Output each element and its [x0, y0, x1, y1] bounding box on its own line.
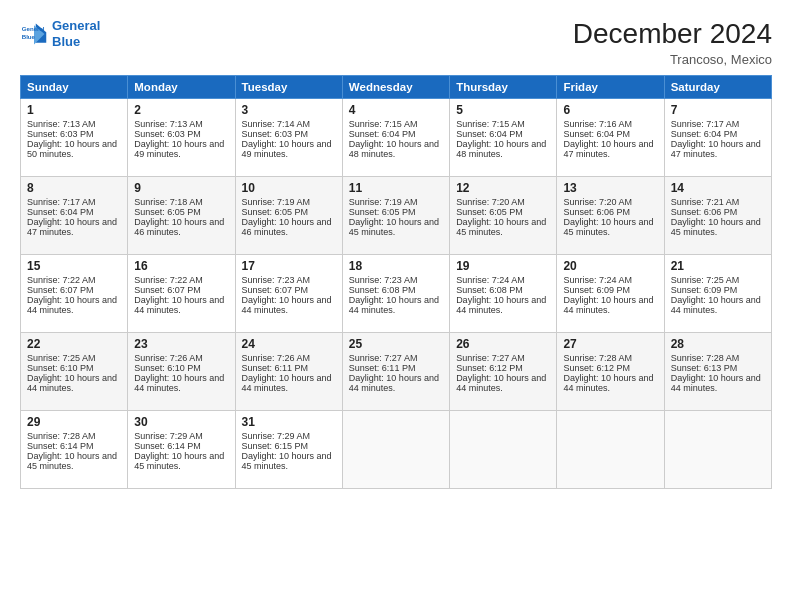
sunset-label: Sunset: 6:03 PM [242, 129, 309, 139]
table-row: 22Sunrise: 7:25 AMSunset: 6:10 PMDayligh… [21, 333, 772, 411]
day-number: 19 [456, 259, 550, 273]
day-number: 29 [27, 415, 121, 429]
table-row: 15Sunrise: 7:22 AMSunset: 6:07 PMDayligh… [21, 255, 772, 333]
table-cell: 15Sunrise: 7:22 AMSunset: 6:07 PMDayligh… [21, 255, 128, 333]
table-cell: 28Sunrise: 7:28 AMSunset: 6:13 PMDayligh… [664, 333, 771, 411]
table-cell: 14Sunrise: 7:21 AMSunset: 6:06 PMDayligh… [664, 177, 771, 255]
day-number: 13 [563, 181, 657, 195]
daylight-label: Daylight: 10 hours and 44 minutes. [563, 373, 653, 393]
sunrise-label: Sunrise: 7:20 AM [563, 197, 632, 207]
col-sunday: Sunday [21, 76, 128, 99]
daylight-label: Daylight: 10 hours and 45 minutes. [27, 451, 117, 471]
table-cell: 1Sunrise: 7:13 AMSunset: 6:03 PMDaylight… [21, 99, 128, 177]
daylight-label: Daylight: 10 hours and 44 minutes. [671, 373, 761, 393]
day-number: 1 [27, 103, 121, 117]
day-number: 28 [671, 337, 765, 351]
table-cell: 21Sunrise: 7:25 AMSunset: 6:09 PMDayligh… [664, 255, 771, 333]
table-cell: 3Sunrise: 7:14 AMSunset: 6:03 PMDaylight… [235, 99, 342, 177]
daylight-label: Daylight: 10 hours and 48 minutes. [456, 139, 546, 159]
sunset-label: Sunset: 6:12 PM [563, 363, 630, 373]
table-cell [557, 411, 664, 489]
table-cell [342, 411, 449, 489]
sunset-label: Sunset: 6:14 PM [134, 441, 201, 451]
sunset-label: Sunset: 6:06 PM [563, 207, 630, 217]
day-number: 16 [134, 259, 228, 273]
sunrise-label: Sunrise: 7:22 AM [134, 275, 203, 285]
page: General Blue General Blue December 2024 … [0, 0, 792, 612]
day-number: 14 [671, 181, 765, 195]
col-tuesday: Tuesday [235, 76, 342, 99]
day-number: 3 [242, 103, 336, 117]
sunrise-label: Sunrise: 7:25 AM [671, 275, 740, 285]
day-number: 9 [134, 181, 228, 195]
daylight-label: Daylight: 10 hours and 44 minutes. [349, 373, 439, 393]
day-number: 20 [563, 259, 657, 273]
sunrise-label: Sunrise: 7:19 AM [349, 197, 418, 207]
daylight-label: Daylight: 10 hours and 44 minutes. [563, 295, 653, 315]
sunrise-label: Sunrise: 7:28 AM [671, 353, 740, 363]
sunrise-label: Sunrise: 7:17 AM [671, 119, 740, 129]
sunset-label: Sunset: 6:11 PM [349, 363, 416, 373]
table-cell: 11Sunrise: 7:19 AMSunset: 6:05 PMDayligh… [342, 177, 449, 255]
table-cell: 4Sunrise: 7:15 AMSunset: 6:04 PMDaylight… [342, 99, 449, 177]
logo: General Blue General Blue [20, 18, 100, 49]
table-cell: 6Sunrise: 7:16 AMSunset: 6:04 PMDaylight… [557, 99, 664, 177]
sunset-label: Sunset: 6:07 PM [242, 285, 309, 295]
table-cell: 8Sunrise: 7:17 AMSunset: 6:04 PMDaylight… [21, 177, 128, 255]
sunset-label: Sunset: 6:04 PM [27, 207, 94, 217]
day-number: 8 [27, 181, 121, 195]
table-cell [664, 411, 771, 489]
day-number: 2 [134, 103, 228, 117]
sunset-label: Sunset: 6:08 PM [349, 285, 416, 295]
sunrise-label: Sunrise: 7:25 AM [27, 353, 96, 363]
daylight-label: Daylight: 10 hours and 44 minutes. [27, 295, 117, 315]
sunset-label: Sunset: 6:15 PM [242, 441, 309, 451]
sunrise-label: Sunrise: 7:24 AM [563, 275, 632, 285]
table-cell: 23Sunrise: 7:26 AMSunset: 6:10 PMDayligh… [128, 333, 235, 411]
day-number: 31 [242, 415, 336, 429]
day-number: 25 [349, 337, 443, 351]
sunrise-label: Sunrise: 7:24 AM [456, 275, 525, 285]
day-number: 30 [134, 415, 228, 429]
sunrise-label: Sunrise: 7:28 AM [27, 431, 96, 441]
logo-icon: General Blue [20, 20, 48, 48]
sunrise-label: Sunrise: 7:15 AM [349, 119, 418, 129]
table-cell: 12Sunrise: 7:20 AMSunset: 6:05 PMDayligh… [450, 177, 557, 255]
sunrise-label: Sunrise: 7:22 AM [27, 275, 96, 285]
table-cell: 25Sunrise: 7:27 AMSunset: 6:11 PMDayligh… [342, 333, 449, 411]
daylight-label: Daylight: 10 hours and 46 minutes. [242, 217, 332, 237]
col-friday: Friday [557, 76, 664, 99]
sunrise-label: Sunrise: 7:28 AM [563, 353, 632, 363]
day-number: 12 [456, 181, 550, 195]
table-cell: 24Sunrise: 7:26 AMSunset: 6:11 PMDayligh… [235, 333, 342, 411]
logo-text: General Blue [52, 18, 100, 49]
sunrise-label: Sunrise: 7:27 AM [456, 353, 525, 363]
sunrise-label: Sunrise: 7:16 AM [563, 119, 632, 129]
daylight-label: Daylight: 10 hours and 44 minutes. [671, 295, 761, 315]
svg-text:Blue: Blue [22, 33, 36, 40]
table-cell: 20Sunrise: 7:24 AMSunset: 6:09 PMDayligh… [557, 255, 664, 333]
table-cell: 5Sunrise: 7:15 AMSunset: 6:04 PMDaylight… [450, 99, 557, 177]
daylight-label: Daylight: 10 hours and 47 minutes. [671, 139, 761, 159]
daylight-label: Daylight: 10 hours and 50 minutes. [27, 139, 117, 159]
sunrise-label: Sunrise: 7:23 AM [349, 275, 418, 285]
table-cell: 7Sunrise: 7:17 AMSunset: 6:04 PMDaylight… [664, 99, 771, 177]
table-cell: 13Sunrise: 7:20 AMSunset: 6:06 PMDayligh… [557, 177, 664, 255]
day-number: 21 [671, 259, 765, 273]
sunrise-label: Sunrise: 7:29 AM [134, 431, 203, 441]
sunset-label: Sunset: 6:04 PM [563, 129, 630, 139]
table-cell: 27Sunrise: 7:28 AMSunset: 6:12 PMDayligh… [557, 333, 664, 411]
sunset-label: Sunset: 6:08 PM [456, 285, 523, 295]
table-cell: 31Sunrise: 7:29 AMSunset: 6:15 PMDayligh… [235, 411, 342, 489]
sunset-label: Sunset: 6:11 PM [242, 363, 309, 373]
day-number: 15 [27, 259, 121, 273]
table-cell: 18Sunrise: 7:23 AMSunset: 6:08 PMDayligh… [342, 255, 449, 333]
table-row: 8Sunrise: 7:17 AMSunset: 6:04 PMDaylight… [21, 177, 772, 255]
sunset-label: Sunset: 6:10 PM [27, 363, 94, 373]
sunset-label: Sunset: 6:04 PM [349, 129, 416, 139]
sunset-label: Sunset: 6:14 PM [27, 441, 94, 451]
daylight-label: Daylight: 10 hours and 44 minutes. [242, 295, 332, 315]
daylight-label: Daylight: 10 hours and 49 minutes. [134, 139, 224, 159]
sunrise-label: Sunrise: 7:26 AM [242, 353, 311, 363]
daylight-label: Daylight: 10 hours and 46 minutes. [134, 217, 224, 237]
